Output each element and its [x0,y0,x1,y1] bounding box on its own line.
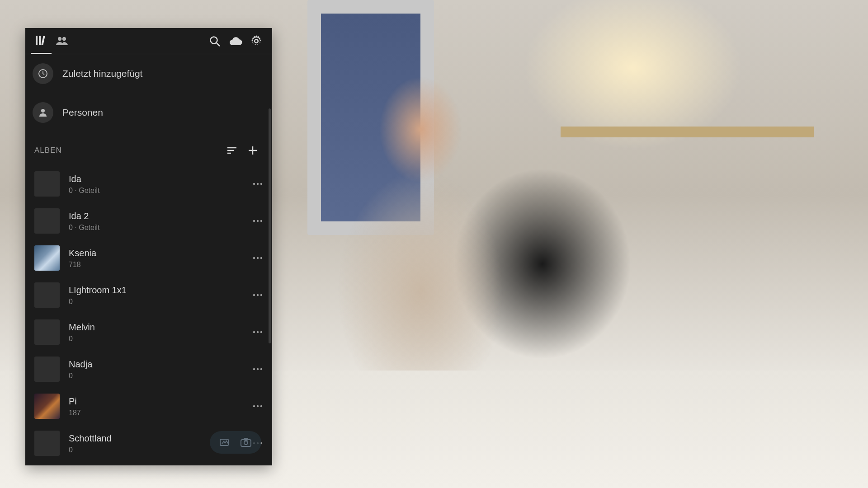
nav-people[interactable]: Personen [25,93,272,132]
import-icon [219,437,232,447]
svg-point-24 [257,294,259,296]
album-name: Ksenia [69,248,240,259]
more-icon [253,220,263,222]
album-meta: 0 · Geteilt [69,187,240,195]
floating-capture-bar[interactable] [210,431,261,454]
album-thumb [34,431,60,456]
tab-shared[interactable] [52,28,72,54]
album-row[interactable]: Ida 20 · Geteilt [25,202,272,239]
album-texts: Ksenia718 [69,248,240,269]
album-more-button[interactable] [249,360,267,378]
svg-point-5 [211,37,217,43]
more-icon [253,405,263,408]
album-more-button[interactable] [249,397,267,415]
album-row[interactable]: Ida0 · Geteilt [25,165,272,202]
more-icon [253,294,263,296]
album-row[interactable]: LIghtroom 1x10 [25,277,272,314]
svg-point-8 [41,109,45,113]
svg-point-28 [260,331,262,333]
album-row[interactable]: Pi187 [25,388,272,425]
svg-point-34 [260,405,262,407]
gear-icon [250,35,262,47]
album-thumb [34,245,60,271]
more-icon [253,183,263,185]
albums-list: Ida0 · GeteiltIda 20 · GeteiltKsenia718L… [25,165,272,462]
album-name: Melvin [69,322,240,333]
album-meta: 0 [69,298,240,306]
svg-rect-1 [39,36,41,45]
album-more-button[interactable] [249,249,267,267]
svg-point-27 [257,331,259,333]
nav-recently-added[interactable]: Zuletzt hinzugefügt [25,54,272,93]
tab-library[interactable] [31,28,52,54]
album-texts: Melvin0 [69,322,240,343]
album-thumb [34,171,60,197]
nav-label: Personen [62,107,103,118]
sort-button[interactable] [222,140,242,161]
album-name: LIghtroom 1x1 [69,285,240,296]
nav-label: Zuletzt hinzugefügt [62,68,142,79]
camera-icon [240,437,252,447]
album-name: Pi [69,396,240,407]
more-icon [253,368,263,371]
cloud-button[interactable] [225,31,246,52]
svg-point-15 [257,183,259,185]
svg-point-17 [253,220,255,222]
add-album-button[interactable] [242,140,263,161]
album-more-button[interactable] [249,323,267,341]
person-icon-container [33,102,53,123]
svg-point-23 [253,294,255,296]
svg-point-4 [62,37,66,40]
settings-button[interactable] [246,31,267,52]
album-thumb [34,319,60,345]
people-icon [56,36,68,46]
svg-line-6 [217,43,220,46]
cloud-icon [229,36,242,46]
svg-point-40 [244,441,248,445]
album-row[interactable]: Ksenia718 [25,239,272,277]
album-name: Nadja [69,359,240,370]
person-icon [38,108,48,117]
svg-point-30 [257,368,259,370]
more-icon [253,257,263,259]
album-meta: 0 · Geteilt [69,224,240,232]
album-thumb [34,208,60,234]
svg-point-21 [257,257,259,259]
album-more-button[interactable] [249,286,267,304]
search-button[interactable] [204,31,225,52]
album-row[interactable]: Nadja0 [25,351,272,388]
scrollbar-thumb[interactable] [269,108,271,343]
album-meta: 0 [69,335,240,343]
album-texts: LIghtroom 1x10 [69,285,240,306]
svg-point-26 [253,331,255,333]
album-more-button[interactable] [249,175,267,193]
section-albums-header: ALBEN [25,132,272,165]
album-texts: Pi187 [69,396,240,417]
svg-point-33 [257,405,259,407]
search-icon [209,35,221,47]
svg-point-19 [260,220,262,222]
clock-icon [38,68,48,79]
svg-point-14 [253,183,255,185]
album-texts: Nadja0 [69,359,240,380]
svg-point-3 [58,37,61,40]
top-bar [25,28,272,54]
album-more-button[interactable] [249,212,267,230]
album-meta: 718 [69,261,240,269]
clock-icon-container [33,63,53,84]
album-meta: 0 [69,372,240,380]
lightroom-sidebar-panel: Zuletzt hinzugefügt Personen ALBEN [25,28,272,465]
svg-point-25 [260,294,262,296]
album-texts: Ida 20 · Geteilt [69,211,240,232]
svg-point-29 [253,368,255,370]
svg-point-32 [253,405,255,407]
svg-rect-0 [36,36,38,45]
album-row[interactable]: Melvin0 [25,314,272,351]
plus-icon [248,145,258,155]
library-icon [35,35,47,46]
sort-icon [226,146,237,155]
sidebar-scroll[interactable]: Zuletzt hinzugefügt Personen ALBEN [25,54,272,465]
svg-point-20 [253,257,255,259]
bg-person [280,68,561,411]
album-meta: 187 [69,409,240,417]
